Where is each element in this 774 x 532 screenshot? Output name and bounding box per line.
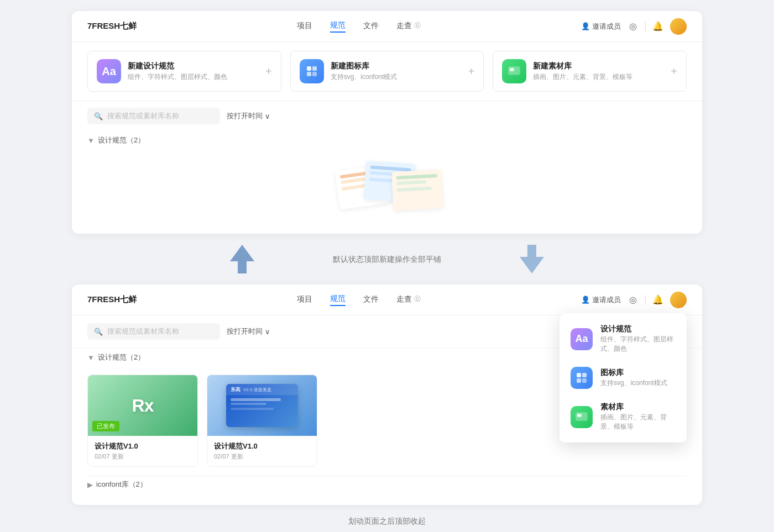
nav-projects-bottom[interactable]: 项目 [297, 294, 312, 305]
spec-card-2-title: 设计规范V1.0 [214, 441, 310, 451]
create-assets-card[interactable]: 新建素材库 插画、图片、元素、背景、模板等 + [493, 51, 687, 92]
dropdown-icon-lib-text: 图标库 支持svg、iconfont模式 [600, 368, 667, 388]
invite-button[interactable]: 👤 邀请成员 [581, 22, 621, 31]
doc-shape-3 [391, 170, 443, 211]
spec-icon: Aa [97, 59, 121, 83]
svg-rect-10 [582, 378, 587, 383]
dropdown-assets-text: 素材库 插画、图片、元素、背景、模板等 [600, 402, 676, 431]
nav-right: 👤 邀请成员 ◎ 🔔 [581, 18, 687, 35]
sort-button-top[interactable]: 按打开时间 ∨ [227, 111, 270, 121]
arrow-down-group [520, 245, 544, 273]
arrow-up-container [72, 245, 299, 273]
avatar-bottom[interactable] [670, 292, 687, 308]
dropdown-spec-text: 设计规范 组件、字符样式、图层样式、颜色 [600, 324, 676, 354]
dropdown-menu: Aa 设计规范 组件、字符样式、图层样式、颜色 图标库 支持svg、iconfo… [559, 313, 687, 443]
nav-divider [645, 22, 646, 31]
spec-card-1[interactable]: Rx 已发布 设计规范V1.0 02/07 更新 [87, 375, 198, 467]
svg-rect-9 [577, 378, 581, 383]
search-box-bottom[interactable]: 🔍 搜索规范或素材库名称 [87, 323, 220, 340]
invite-button-bottom[interactable]: 👤 邀请成员 [581, 295, 621, 305]
create-assets-desc: 插画、图片、元素、背景、模板等 [533, 72, 664, 82]
create-spec-title: 新建设计规范 [128, 61, 259, 71]
avatar-img [670, 18, 687, 35]
empty-illustration-area [72, 149, 702, 228]
slide-bg: 东高 V2.0 改版复盘 [226, 384, 298, 427]
help-icon: ⓪ [414, 21, 421, 30]
spec-card-2[interactable]: 东高 V2.0 改版复盘 设计规范V1.0 02/07 更新 [207, 375, 317, 467]
published-badge: 已发布 [92, 421, 119, 431]
spec-card-1-thumb: Rx 已发布 [88, 375, 197, 436]
create-design-spec-card[interactable]: Aa 新建设计规范 组件、字符样式、图层样式、颜色 + [87, 51, 281, 92]
sort-button-bottom[interactable]: 按打开时间 ∨ [227, 326, 270, 336]
nav-audit-bottom[interactable]: 走查 ⓪ [396, 294, 421, 305]
mid-arrows-section: 默认状态顶部新建操作全部平铺 [72, 234, 702, 278]
arrow-up-tail [238, 261, 247, 273]
arrow-up-head [230, 245, 254, 261]
avatar[interactable] [670, 18, 687, 35]
app-logo: 7FRESH七鲜 [87, 21, 137, 31]
svg-point-13 [578, 414, 580, 417]
dropdown-assets-icon [571, 406, 593, 428]
spec-card-1-date: 02/07 更新 [95, 452, 191, 461]
create-icon-lib-text: 新建图标库 支持svg、iconfont模式 [331, 61, 462, 82]
create-spec-plus-icon: + [265, 65, 272, 78]
iconfont-section: ▶ iconfont库（2） [72, 476, 702, 496]
nav-right-bottom: 👤 邀请成员 ◎ 🔔 [581, 292, 687, 308]
dropdown-assets[interactable]: 素材库 插画、图片、元素、背景、模板等 [559, 396, 687, 438]
svg-rect-2 [307, 72, 311, 76]
arrow-down-container [475, 245, 702, 273]
chevron-down-icon: ∨ [265, 112, 270, 120]
spec-card-2-thumb: 东高 V2.0 改版复盘 [207, 375, 317, 436]
create-icon-lib-card[interactable]: 新建图标库 支持svg、iconfont模式 + [290, 51, 484, 92]
bottom-panel: 7FRESH七鲜 项目 规范 文件 走查 ⓪ 👤 邀请成员 ◎ 🔔 🔍 [72, 285, 702, 505]
nav-projects[interactable]: 项目 [297, 21, 312, 32]
search-icon-bottom: 🔍 [94, 328, 103, 336]
iconfont-header: ▶ iconfont库（2） [87, 480, 687, 489]
nav-files[interactable]: 文件 [363, 21, 379, 32]
spec-card-2-date: 02/07 更新 [214, 452, 310, 461]
create-spec-text: 新建设计规范 组件、字符样式、图层样式、颜色 [128, 61, 259, 82]
svg-rect-3 [312, 72, 317, 76]
search-placeholder-top: 搜索规范或素材库名称 [107, 111, 179, 121]
dropdown-icon-lib-desc: 支持svg、iconfont模式 [600, 378, 667, 388]
filter-row-top: 🔍 搜索规范或素材库名称 按打开时间 ∨ [72, 101, 702, 131]
empty-illustration [326, 160, 448, 215]
chevron-down-small-icon-bottom: ▼ [87, 354, 95, 362]
bottom-label-area: 划动页面之后顶部收起 [348, 505, 426, 532]
bell-icon[interactable]: 🔔 [652, 21, 663, 32]
chevron-down-icon-bottom: ∨ [265, 328, 270, 336]
target-icon[interactable]: ◎ [627, 21, 639, 32]
bell-icon-bottom[interactable]: 🔔 [652, 294, 663, 305]
create-icon-lib-desc: 支持svg、iconfont模式 [331, 72, 462, 82]
dropdown-design-spec[interactable]: Aa 设计规范 组件、字符样式、图层样式、颜色 [559, 318, 687, 360]
nav-links: 项目 规范 文件 走查 ⓪ [297, 20, 421, 33]
nav-divider-bottom [645, 295, 646, 305]
arrow-down-tail [527, 245, 536, 257]
spec-card-1-body: 设计规范V1.0 02/07 更新 [88, 436, 197, 466]
target-icon-bottom[interactable]: ◎ [627, 294, 639, 305]
nav-specs-bottom[interactable]: 规范 [330, 294, 346, 306]
create-icon-lib-title: 新建图标库 [331, 61, 462, 71]
create-icon-lib-plus-icon: + [468, 65, 475, 78]
create-assets-text: 新建素材库 插画、图片、元素、背景、模板等 [533, 61, 664, 82]
create-assets-plus-icon: + [671, 65, 677, 78]
svg-rect-8 [582, 373, 587, 377]
create-bar: Aa 新建设计规范 组件、字符样式、图层样式、颜色 + 新建图标库 支持svg、… [72, 42, 702, 101]
create-assets-title: 新建素材库 [533, 61, 664, 71]
create-spec-desc: 组件、字符样式、图层样式、颜色 [128, 72, 259, 82]
chevron-right-small-icon: ▶ [87, 481, 93, 489]
nav-files-bottom[interactable]: 文件 [363, 294, 379, 305]
dropdown-icon-lib[interactable]: 图标库 支持svg、iconfont模式 [559, 360, 687, 396]
arrow-up-group [230, 245, 254, 273]
search-icon: 🔍 [94, 112, 103, 120]
nav-bar-bottom: 7FRESH七鲜 项目 规范 文件 走查 ⓪ 👤 邀请成员 ◎ 🔔 [72, 285, 702, 315]
nav-specs[interactable]: 规范 [330, 20, 346, 33]
dropdown-icon-lib-icon [571, 367, 593, 389]
user-plus-icon-bottom: 👤 [581, 296, 590, 304]
nav-audit[interactable]: 走查 ⓪ [396, 21, 421, 32]
app-logo-bottom: 7FRESH七鲜 [87, 294, 137, 305]
search-placeholder-bottom: 搜索规范或素材库名称 [107, 326, 179, 336]
search-box-top[interactable]: 🔍 搜索规范或素材库名称 [87, 108, 220, 124]
avatar-img-bottom [670, 292, 687, 308]
dropdown-assets-desc: 插画、图片、元素、背景、模板等 [600, 413, 676, 431]
